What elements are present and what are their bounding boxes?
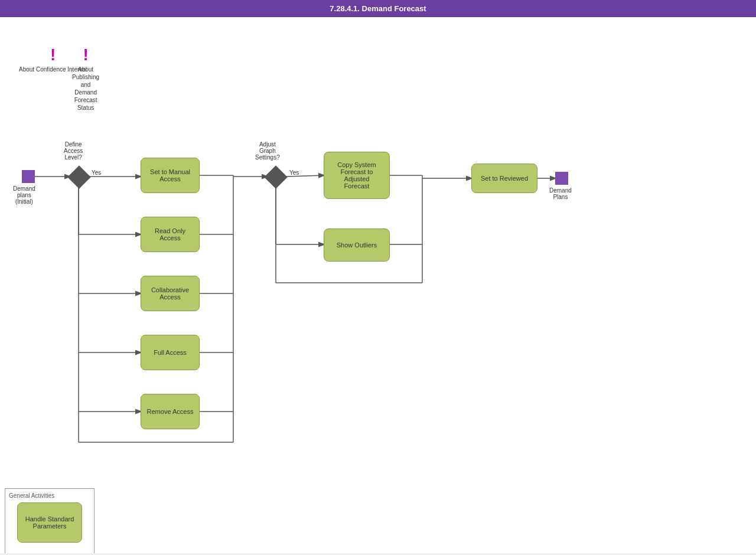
read-only-access-box[interactable]: Read OnlyAccess bbox=[141, 217, 200, 252]
set-to-reviewed-label: Set to Reviewed bbox=[481, 175, 528, 182]
decision-diamond-1 bbox=[67, 165, 91, 189]
full-access-box[interactable]: Full Access bbox=[141, 335, 200, 370]
remove-access-label: Remove Access bbox=[147, 408, 194, 415]
title-bar: 7.28.4.1. Demand Forecast bbox=[0, 0, 756, 17]
collaborative-access-box[interactable]: CollaborativeAccess bbox=[141, 276, 200, 311]
remove-access-box[interactable]: Remove Access bbox=[141, 394, 200, 429]
copy-system-forecast-box[interactable]: Copy SystemForecast toAdjustedForecast bbox=[324, 152, 390, 199]
diagram-area: ! About Confidence Interval ! AboutPubli… bbox=[0, 17, 756, 553]
flow-lines bbox=[0, 17, 756, 553]
read-only-access-label: Read OnlyAccess bbox=[155, 227, 185, 241]
define-access-label: DefineAccessLevel? bbox=[64, 141, 83, 161]
confidence-interval-exclamation: ! bbox=[50, 47, 56, 63]
yes-label-1: Yes bbox=[92, 169, 101, 176]
handle-standard-box[interactable]: Handle StandardParameters bbox=[17, 502, 82, 543]
set-to-reviewed-box[interactable]: Set to Reviewed bbox=[471, 164, 537, 193]
show-outliers-box[interactable]: Show Outliers bbox=[324, 228, 390, 262]
page-title: 7.28.4.1. Demand Forecast bbox=[330, 4, 426, 13]
adjust-graph-label: AdjustGraphSettings? bbox=[255, 141, 280, 161]
publishing-demand-exclamation: ! bbox=[83, 47, 88, 63]
decision-diamond-2 bbox=[264, 165, 288, 189]
general-activities-panel: General Activities Handle StandardParame… bbox=[5, 488, 94, 553]
start-node bbox=[22, 170, 35, 183]
copy-system-forecast-label: Copy SystemForecast toAdjustedForecast bbox=[337, 161, 376, 190]
publishing-demand-label: AboutPublishingandDemandForecastStatus bbox=[72, 66, 99, 112]
full-access-label: Full Access bbox=[154, 349, 187, 356]
yes-label-2: Yes bbox=[289, 169, 299, 176]
end-node bbox=[555, 172, 568, 185]
start-node-label: Demandplans(Initial) bbox=[13, 185, 35, 205]
publishing-demand-icon-group[interactable]: ! AboutPublishingandDemandForecastStatus bbox=[72, 47, 99, 112]
set-manual-access-box[interactable]: Set to ManualAccess bbox=[141, 158, 200, 193]
handle-standard-label: Handle StandardParameters bbox=[25, 515, 74, 530]
set-manual-access-label: Set to ManualAccess bbox=[150, 168, 190, 182]
end-node-label: DemandPlans bbox=[549, 187, 572, 200]
show-outliers-label: Show Outliers bbox=[337, 241, 377, 249]
collaborative-access-label: CollaborativeAccess bbox=[151, 286, 189, 301]
general-activities-title: General Activities bbox=[9, 492, 90, 499]
